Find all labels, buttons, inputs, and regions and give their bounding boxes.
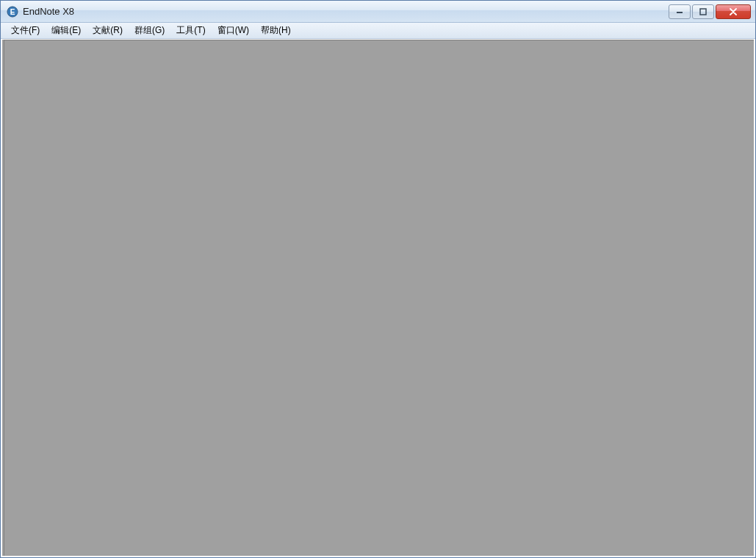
minimize-button[interactable] xyxy=(669,4,691,19)
menu-edit[interactable]: 编辑(E) xyxy=(46,23,87,38)
app-icon: E xyxy=(7,6,18,18)
menu-help[interactable]: 帮助(H) xyxy=(255,23,297,38)
window-title: EndNote X8 xyxy=(23,6,669,17)
svg-text:E: E xyxy=(10,8,15,16)
window-controls xyxy=(669,4,751,19)
application-window: E EndNote X8 文件(F) 编辑(E) 文 xyxy=(0,0,756,558)
menu-references[interactable]: 文献(R) xyxy=(87,23,129,38)
menu-groups[interactable]: 群组(G) xyxy=(129,23,170,38)
menu-tools[interactable]: 工具(T) xyxy=(170,23,211,38)
svg-rect-2 xyxy=(677,12,683,13)
empty-workspace xyxy=(4,40,754,556)
workspace-border xyxy=(4,40,754,556)
menu-window[interactable]: 窗口(W) xyxy=(212,23,255,38)
maximize-button[interactable] xyxy=(692,4,714,19)
close-button[interactable] xyxy=(716,4,751,19)
svg-rect-3 xyxy=(700,9,706,15)
titlebar[interactable]: E EndNote X8 xyxy=(1,1,755,23)
mdi-client-area xyxy=(1,39,755,557)
menu-file[interactable]: 文件(F) xyxy=(5,23,46,38)
menubar: 文件(F) 编辑(E) 文献(R) 群组(G) 工具(T) 窗口(W) 帮助(H… xyxy=(1,23,755,39)
